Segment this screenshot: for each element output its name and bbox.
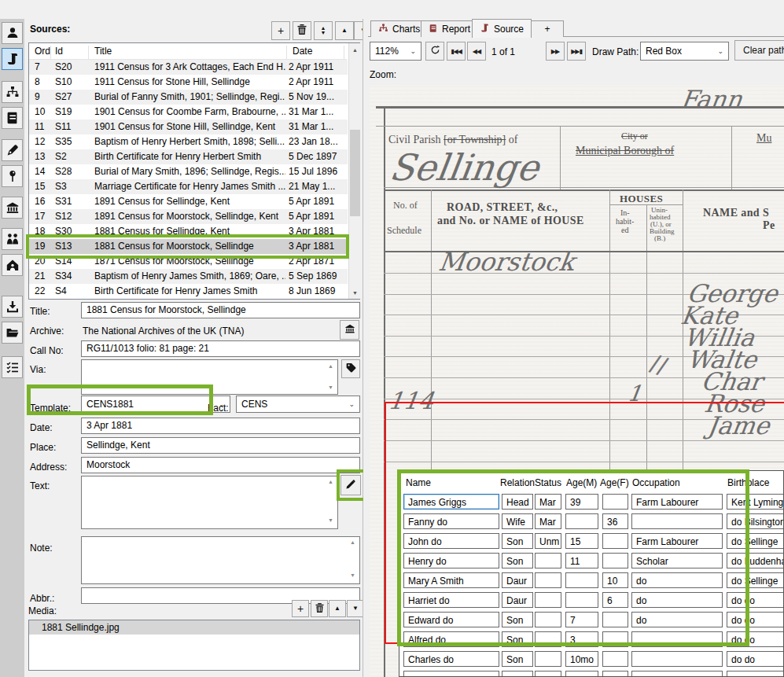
column-header-date[interactable]: Date — [293, 46, 312, 57]
first-page-button[interactable]: ▮◀◀ — [447, 42, 466, 61]
address-field[interactable]: Moorstock — [81, 457, 360, 473]
birthplace-input[interactable]: do do — [727, 592, 784, 608]
age-female-input[interactable]: 36 — [602, 513, 628, 529]
age-female-input[interactable] — [602, 671, 628, 677]
occupation-input[interactable] — [631, 513, 723, 529]
birthplace-input[interactable]: do Bilsington — [727, 513, 784, 529]
status-input[interactable] — [535, 631, 561, 647]
source-row[interactable]: 7 S20 1911 Census for 3 Ark Cottages, Ea… — [29, 60, 348, 75]
relation-input[interactable]: Son — [502, 533, 533, 549]
archive-repository-button[interactable] — [340, 320, 359, 340]
age-male-input[interactable] — [565, 671, 598, 677]
name-input[interactable]: James Griggs — [403, 494, 499, 510]
status-input[interactable] — [535, 572, 561, 588]
sources-scrollbar[interactable]: ▲ ▼ — [348, 43, 361, 299]
clear-path-button[interactable]: Clear path — [734, 40, 784, 61]
media-item[interactable]: 1881 Sellindge.jpg — [29, 620, 359, 635]
source-row[interactable]: 18 S30 1881 Census for Sellindge, Kent 3… — [29, 224, 348, 239]
age-female-input[interactable]: 10 — [602, 572, 628, 588]
tab-charts[interactable]: Charts — [370, 20, 428, 37]
tab-source[interactable]: Source — [472, 19, 532, 38]
edit-text-button[interactable] — [340, 475, 361, 495]
age-female-input[interactable] — [602, 533, 628, 549]
birthplace-input[interactable]: do Luddenham — [727, 553, 784, 568]
source-row[interactable]: 9 S27 Burial of Fanny Smith, 1901; Selli… — [29, 90, 348, 105]
move-media-up-button[interactable]: ▲ — [329, 600, 346, 617]
occupation-input[interactable]: Farm Labourer — [631, 494, 723, 510]
next-page-button[interactable]: ▶▶ — [546, 42, 565, 61]
name-input[interactable]: Harriet do — [403, 592, 499, 608]
scroll-down-arrow[interactable]: ▼ — [349, 286, 361, 299]
move-media-down-button[interactable]: ▼ — [347, 600, 363, 617]
place-field[interactable]: Sellindge, Kent — [81, 437, 360, 454]
birthplace-input[interactable] — [727, 671, 784, 677]
relation-input[interactable]: Daur — [502, 572, 533, 588]
age-male-input[interactable]: 3 — [565, 631, 598, 647]
name-input[interactable]: Charles do — [403, 651, 499, 667]
source-row[interactable]: 8 S10 1911 Census for Stone Hill, Sellin… — [29, 75, 348, 90]
status-input[interactable] — [535, 651, 561, 667]
sidebar-item-tasks[interactable] — [2, 356, 23, 378]
age-male-input[interactable] — [565, 572, 598, 588]
age-male-input[interactable]: 10mo — [565, 651, 598, 667]
occupation-input[interactable] — [631, 631, 723, 647]
status-input[interactable] — [535, 592, 561, 608]
sidebar-item-notes[interactable] — [2, 139, 23, 161]
name-input[interactable]: Edward do — [403, 612, 499, 627]
relation-input[interactable]: Son — [502, 631, 533, 647]
source-row[interactable]: 21 S34 Baptism of Henry James Smith, 186… — [29, 269, 348, 284]
source-row[interactable]: 22 S4 Birth Certificate for Henry James … — [29, 284, 348, 299]
age-female-input[interactable] — [602, 631, 628, 647]
occupation-input[interactable] — [631, 651, 723, 667]
move-source-up-button[interactable]: ▲ — [335, 21, 354, 40]
text-scroll-up-icon[interactable]: ▲ — [328, 479, 333, 484]
age-female-input[interactable]: 6 — [602, 592, 628, 608]
delete-media-button[interactable] — [311, 600, 328, 617]
sidebar-item-sources[interactable] — [2, 48, 23, 70]
name-input[interactable]: Henry do — [403, 553, 499, 568]
via-tag-button[interactable] — [341, 359, 360, 378]
name-input[interactable]: Alfred do — [403, 631, 499, 647]
occupation-input[interactable]: do — [631, 612, 723, 627]
age-male-input[interactable] — [565, 592, 598, 608]
previous-page-button[interactable]: ◀◀ — [467, 42, 486, 61]
source-row[interactable]: 16 S31 1891 Census for Sellindge, Kent 5… — [29, 194, 348, 209]
birthplace-input[interactable]: do do — [727, 612, 784, 627]
status-input[interactable]: Mar — [535, 513, 561, 529]
name-input[interactable]: John do — [403, 533, 499, 549]
delete-source-button[interactable] — [293, 21, 311, 40]
relation-input[interactable]: Son — [502, 651, 533, 667]
zoom-level-dropdown[interactable]: 112%⌄ — [370, 42, 421, 61]
sidebar-item-book[interactable] — [2, 107, 23, 129]
text-scroll-down-icon[interactable]: ▼ — [328, 517, 333, 523]
add-source-button[interactable]: + — [271, 21, 290, 40]
occupation-input[interactable]: Farm Labourer — [631, 533, 723, 549]
callno-field[interactable]: RG11/1013 folio: 81 page: 21 — [81, 340, 360, 357]
sidebar-item-repositories[interactable] — [2, 197, 23, 219]
text-field[interactable] — [81, 476, 338, 529]
status-input[interactable] — [535, 612, 561, 627]
note-field[interactable] — [81, 536, 360, 584]
sidebar-item-places[interactable] — [2, 165, 23, 187]
source-row[interactable]: 14 S28 Burial of Mary Smith, 1896; Selli… — [29, 164, 348, 179]
name-input[interactable]: Fanny do — [403, 513, 499, 529]
status-input[interactable]: Unm — [535, 533, 561, 549]
occupation-input[interactable]: do — [631, 572, 723, 588]
status-input[interactable] — [535, 553, 561, 568]
name-input[interactable]: Mary A Smith — [403, 572, 499, 588]
relation-input[interactable]: Son — [502, 553, 533, 568]
source-row[interactable]: 10 S19 1901 Census for Coombe Farm, Brab… — [29, 105, 348, 120]
age-female-input[interactable] — [602, 651, 628, 667]
name-input[interactable] — [403, 671, 499, 677]
sidebar-item-home[interactable] — [2, 254, 23, 276]
source-row[interactable]: 13 S2 Birth Certificate for Henry Herber… — [29, 149, 348, 164]
age-male-input[interactable]: 39 — [565, 494, 598, 510]
relation-input[interactable]: Son — [502, 612, 533, 627]
age-male-input[interactable]: 7 — [565, 612, 598, 627]
status-input[interactable]: Mar — [535, 494, 561, 510]
column-header-title[interactable]: Title — [94, 46, 112, 57]
sidebar-item-families[interactable] — [2, 228, 23, 250]
via-scroll-down-icon[interactable]: ▼ — [328, 384, 333, 390]
draw-path-dropdown[interactable]: Red Box⌄ — [640, 42, 729, 61]
fact-dropdown[interactable]: CENS⌄ — [236, 396, 360, 413]
